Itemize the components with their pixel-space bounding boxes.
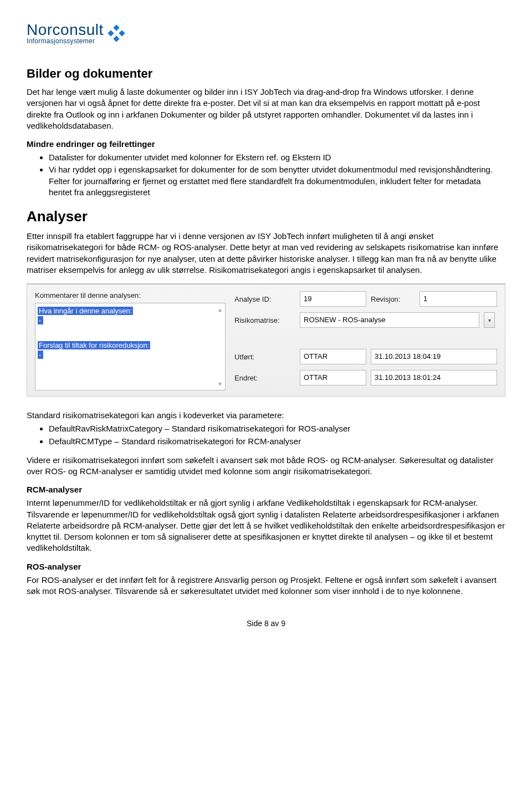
analyse-id-field[interactable]: 19 <box>300 291 366 307</box>
svg-rect-0 <box>113 24 119 31</box>
svg-rect-3 <box>113 35 119 42</box>
revisjon-label: Revisjon: <box>371 295 415 303</box>
para-kodeverk-intro: Standard risikomatrisekategori kan angis… <box>27 410 505 421</box>
para-bilder: Det har lenge vært mulig å laste dokumen… <box>27 87 505 131</box>
para-ros: For ROS-analyser er det innført felt for… <box>27 575 505 597</box>
svg-rect-2 <box>119 30 125 36</box>
bullet-list-1: Datalister for dokumenter utvidet med ko… <box>27 152 505 198</box>
app-screenshot-panel: Kommentarer til denne analysen: Hva inng… <box>27 283 505 397</box>
logo-diamond-icon <box>107 24 126 43</box>
comment-label: Kommentarer til denne analysen: <box>35 291 226 299</box>
endret-label: Endret: <box>234 374 295 382</box>
comment-dash-2: - <box>38 351 43 359</box>
heading-analyser: Analyser <box>27 208 505 225</box>
heading-rcm: RCM-analyser <box>27 485 505 494</box>
logo: Norconsult Informasjonssystemer <box>27 22 505 44</box>
comment-textarea[interactable]: Hva inngår i denne analysen: - Forslag t… <box>35 303 226 390</box>
list-item: Vi har ryddet opp i egenskapsarket for d… <box>49 164 505 198</box>
svg-rect-1 <box>108 30 114 36</box>
utfort-user-field[interactable]: OTTAR <box>300 349 366 364</box>
dropdown-arrow-icon[interactable]: ▾ <box>484 312 495 328</box>
para-rcm: Internt løpenummer/ID for vedlikeholdsti… <box>27 497 505 554</box>
risikomatrise-label: Risikomatrise: <box>234 316 295 324</box>
logo-sub: Informasjonssystemer <box>27 38 104 44</box>
list-item: DefaultRavRiskMatrixCategory – Standard … <box>49 423 505 434</box>
heading-ros: ROS-analyser <box>27 562 505 571</box>
bullet-list-2: DefaultRavRiskMatrixCategory – Standard … <box>27 423 505 447</box>
scroll-up-icon[interactable]: ▴ <box>217 306 223 313</box>
comment-highlight-2: Forslag til tiltak for risikoreduksjon: <box>38 341 150 349</box>
risikomatrise-field[interactable]: ROSNEW - ROS-analyse <box>300 312 479 328</box>
endret-ts-field[interactable]: 31.10.2013 18:01:24 <box>371 370 497 385</box>
utfort-label: Utført: <box>234 353 295 361</box>
comment-dash-1: - <box>38 316 43 324</box>
para-analyser: Etter innspill fra etablert faggruppe ha… <box>27 231 505 276</box>
revisjon-field[interactable]: 1 <box>420 291 497 307</box>
list-item: DefaultRCMType – Standard risikomatrisek… <box>49 436 505 447</box>
page-footer: Side 8 av 9 <box>27 619 505 628</box>
comment-highlight-1: Hva inngår i denne analysen: <box>38 307 133 315</box>
list-item: Datalister for dokumenter utvidet med ko… <box>49 152 505 163</box>
heading-bilder: Bilder og dokumenter <box>27 67 505 81</box>
utfort-ts-field[interactable]: 31.10.2013 18:04:19 <box>371 349 497 364</box>
subhead-endringer: Mindre endringer og feilrettinger <box>27 139 505 149</box>
scroll-down-icon[interactable]: ▾ <box>217 380 223 388</box>
endret-user-field[interactable]: OTTAR <box>300 370 366 385</box>
analyse-id-label: Analyse ID: <box>234 295 295 303</box>
logo-name: Norconsult <box>27 22 104 38</box>
para-kodeverk-after: Videre er risikomatrisekategori innført … <box>27 455 505 478</box>
